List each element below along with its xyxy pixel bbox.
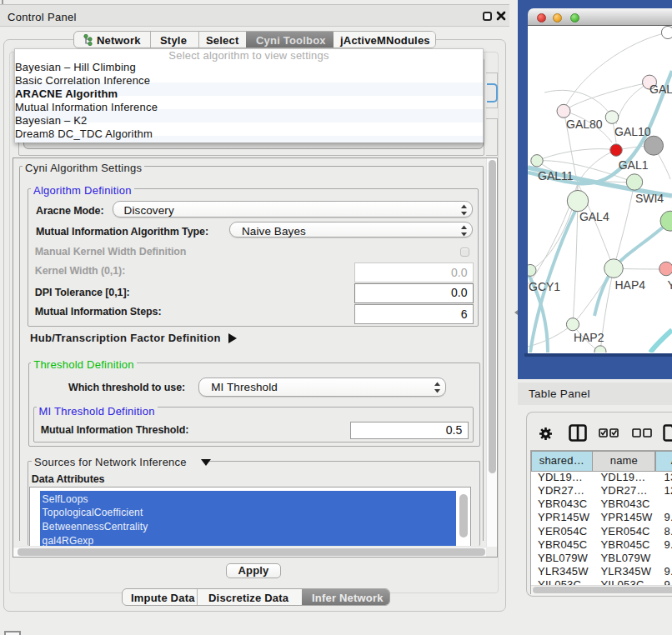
svg-text:Y: Y xyxy=(668,278,672,292)
svg-text:GAL80: GAL80 xyxy=(566,118,603,131)
svg-text:GAL10: GAL10 xyxy=(614,125,651,138)
svg-text:GAL: GAL xyxy=(649,82,672,96)
svg-text:SWI4: SWI4 xyxy=(635,192,664,205)
svg-text:GAL11: GAL11 xyxy=(538,169,574,182)
svg-text:GCY1: GCY1 xyxy=(529,280,560,293)
svg-text:HAP2: HAP2 xyxy=(574,331,604,344)
svg-text:GAL4: GAL4 xyxy=(579,210,609,223)
svg-text:HAP4: HAP4 xyxy=(615,278,646,292)
svg-text:GAL1: GAL1 xyxy=(619,158,649,172)
